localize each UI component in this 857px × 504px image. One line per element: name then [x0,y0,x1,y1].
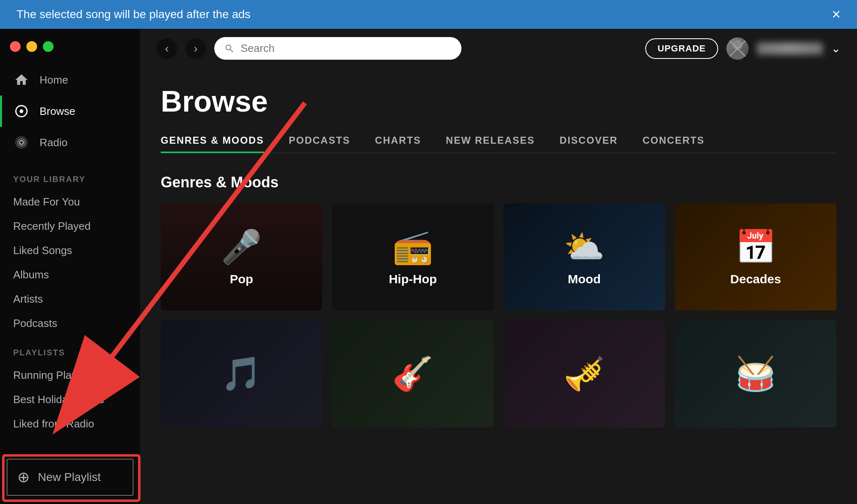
username-display [757,42,823,55]
new-playlist-button[interactable]: ⊕ New Playlist [7,459,133,496]
search-icon [224,43,235,54]
sidebar-item-artists[interactable]: Artists [0,287,140,311]
header-right: UPGRADE ⌄ [645,37,841,60]
sidebar-item-browse[interactable]: Browse [0,96,140,127]
notification-message: The selected song will be played after t… [16,8,251,21]
genre5-icon: 🎵 [221,355,262,393]
tab-discover[interactable]: DISCOVER [560,135,618,153]
genre-card-pop[interactable]: 🎤 Pop [161,203,322,310]
browse-icon [13,103,30,119]
sidebar-item-podcasts[interactable]: Podcasts [0,311,140,336]
tab-new-releases[interactable]: NEW RELEASES [446,135,535,153]
browse-area: Browse GENRES & MOODS PODCASTS CHARTS NE… [140,68,857,504]
genre-card-decades[interactable]: 📅 Decades [675,203,836,310]
user-menu-chevron[interactable]: ⌄ [831,42,841,55]
notification-close-button[interactable]: × [832,6,841,23]
genre-card-mood[interactable]: ⛅ Mood [503,203,665,310]
genre-card-8[interactable]: 🥁 [675,320,836,427]
sidebar-item-radio[interactable]: Radio [0,127,140,158]
decades-icon: 📅 [735,228,776,266]
genre-card-7[interactable]: 🎺 [503,320,665,427]
search-input[interactable] [241,42,452,55]
traffic-light-yellow[interactable] [26,41,37,52]
traffic-lights [0,37,140,60]
svg-point-2 [20,141,23,145]
sidebar-item-home[interactable]: Home [0,64,140,96]
sidebar-item-liked-songs[interactable]: Liked Songs [0,238,140,263]
genre-card-5[interactable]: 🎵 [161,320,322,427]
playlists-section-header: PLAYLISTS [0,336,140,363]
sidebar-item-home-label: Home [40,74,68,86]
browse-title: Browse [161,76,836,118]
sidebar-playlist-running[interactable]: Running Playlist [0,363,140,387]
mood-label: Mood [568,272,601,286]
hiphop-icon: 📻 [392,228,433,266]
main-content: ‹ › UPGRADE [140,29,857,504]
decades-label: Decades [730,272,781,286]
library-section-header: YOUR LIBRARY [0,162,140,190]
sidebar: Home Browse [0,29,140,504]
sidebar-playlist-liked-radio[interactable]: Liked from Radio [0,412,140,436]
browse-tabs: GENRES & MOODS PODCASTS CHARTS NEW RELEA… [161,135,836,153]
pop-icon: 🎤 [221,228,262,266]
genre-grid: 🎤 Pop 📻 Hip-Hop [161,203,836,427]
svg-point-1 [20,110,23,113]
svg-point-6 [730,50,745,60]
sidebar-item-radio-label: Radio [40,136,68,149]
genre8-icon: 🥁 [735,355,776,393]
back-button[interactable]: ‹ [157,38,177,59]
radio-icon [13,134,30,151]
sidebar-nav: Home Browse [0,60,140,162]
home-icon [13,72,30,88]
search-bar[interactable] [214,37,461,60]
new-playlist-icon: ⊕ [17,469,30,486]
mood-icon: ⛅ [564,228,605,266]
avatar [726,37,749,60]
traffic-light-green[interactable] [43,41,54,52]
genre-card-6[interactable]: 🎸 [332,320,494,427]
new-playlist-label: New Playlist [38,471,101,484]
genre6-icon: 🎸 [392,355,433,393]
tab-podcasts[interactable]: PODCASTS [289,135,350,153]
hiphop-label: Hip-Hop [389,272,437,286]
genres-section-title: Genres & Moods [161,174,836,191]
sidebar-item-browse-label: Browse [40,105,75,118]
tab-genres-moods[interactable]: GENRES & MOODS [161,135,264,153]
svg-point-3 [18,139,25,146]
genre7-icon: 🎺 [564,355,605,393]
upgrade-button[interactable]: UPGRADE [645,38,718,59]
genre-card-hiphop[interactable]: 📻 Hip-Hop [332,203,494,310]
traffic-light-red[interactable] [10,41,21,52]
forward-button[interactable]: › [185,38,206,59]
sidebar-item-recently-played[interactable]: Recently Played [0,214,140,238]
sidebar-playlist-holiday[interactable]: Best Holiday Music [0,387,140,412]
tab-concerts[interactable]: CONCERTS [642,135,705,153]
sidebar-item-albums[interactable]: Albums [0,263,140,287]
notification-bar: The selected song will be played after t… [0,0,857,29]
tab-charts[interactable]: CHARTS [375,135,421,153]
sidebar-item-made-for-you[interactable]: Made For You [0,190,140,214]
pop-label: Pop [230,272,253,286]
header-bar: ‹ › UPGRADE [140,29,857,68]
